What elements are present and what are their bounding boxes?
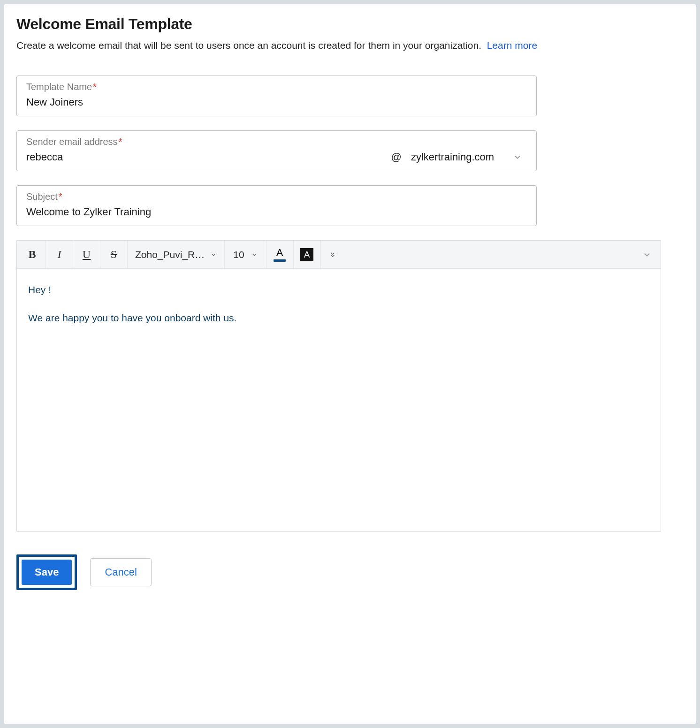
sender-local-input[interactable] xyxy=(26,150,382,164)
page-description: Create a welcome email that will be sent… xyxy=(16,38,696,52)
text-color-icon: A xyxy=(276,248,283,258)
more-tools-button[interactable] xyxy=(321,241,344,268)
description-text: Create a welcome email that will be sent… xyxy=(16,40,481,51)
cancel-button[interactable]: Cancel xyxy=(90,558,151,586)
subject-label: Subject* xyxy=(26,191,62,202)
font-size-value: 10 xyxy=(233,249,244,260)
editor-line: Hey ! xyxy=(28,282,649,298)
chevron-down-icon xyxy=(513,152,522,162)
template-name-field[interactable]: Template Name* xyxy=(16,76,537,116)
chevron-down-icon xyxy=(210,251,217,258)
chevron-down-icon xyxy=(251,251,258,258)
required-mark: * xyxy=(93,82,97,92)
editor-toolbar: B I U S Zoho_Puvi_R… 10 A xyxy=(17,241,661,269)
strikethrough-button[interactable]: S xyxy=(100,241,128,268)
bg-color-icon: A xyxy=(300,248,313,261)
template-name-label: Template Name* xyxy=(26,82,97,92)
text-color-swatch xyxy=(274,259,286,262)
underline-button[interactable]: U xyxy=(73,241,100,268)
page-title: Welcome Email Template xyxy=(16,15,696,33)
editor-body[interactable]: Hey ! We are happy you to have you onboa… xyxy=(17,269,661,531)
subject-input[interactable] xyxy=(26,205,527,219)
button-row: Save Cancel xyxy=(16,554,684,590)
font-family-picker[interactable]: Zoho_Puvi_R… xyxy=(128,241,225,268)
sender-email-label: Sender email address* xyxy=(26,136,122,147)
text-color-button[interactable]: A xyxy=(266,241,294,268)
bold-button[interactable]: B xyxy=(19,241,46,268)
sender-domain-value: zylkertraining.com xyxy=(411,151,494,163)
rich-text-editor: B I U S Zoho_Puvi_R… 10 A xyxy=(16,240,661,532)
sender-email-field[interactable]: Sender email address* @ zylkertraining.c… xyxy=(16,130,537,171)
sender-domain-select[interactable]: zylkertraining.com xyxy=(411,151,527,163)
editor-line: We are happy you to have you onboard wit… xyxy=(28,310,649,326)
template-name-input[interactable] xyxy=(26,95,527,109)
save-button-highlight: Save xyxy=(16,554,77,590)
required-mark: * xyxy=(119,136,122,147)
bg-color-button[interactable]: A xyxy=(294,241,321,268)
learn-more-link[interactable]: Learn more xyxy=(487,40,537,51)
page-container: Welcome Email Template Create a welcome … xyxy=(4,4,696,724)
font-size-picker[interactable]: 10 xyxy=(225,241,266,268)
form-area: Template Name* Sender email address* @ z… xyxy=(16,76,696,590)
save-button[interactable]: Save xyxy=(22,560,72,585)
italic-button[interactable]: I xyxy=(46,241,73,268)
subject-field[interactable]: Subject* xyxy=(16,185,537,226)
toolbar-expand-button[interactable] xyxy=(635,241,659,268)
font-family-value: Zoho_Puvi_R… xyxy=(135,249,205,260)
at-sign: @ xyxy=(391,151,402,163)
required-mark: * xyxy=(59,191,62,202)
